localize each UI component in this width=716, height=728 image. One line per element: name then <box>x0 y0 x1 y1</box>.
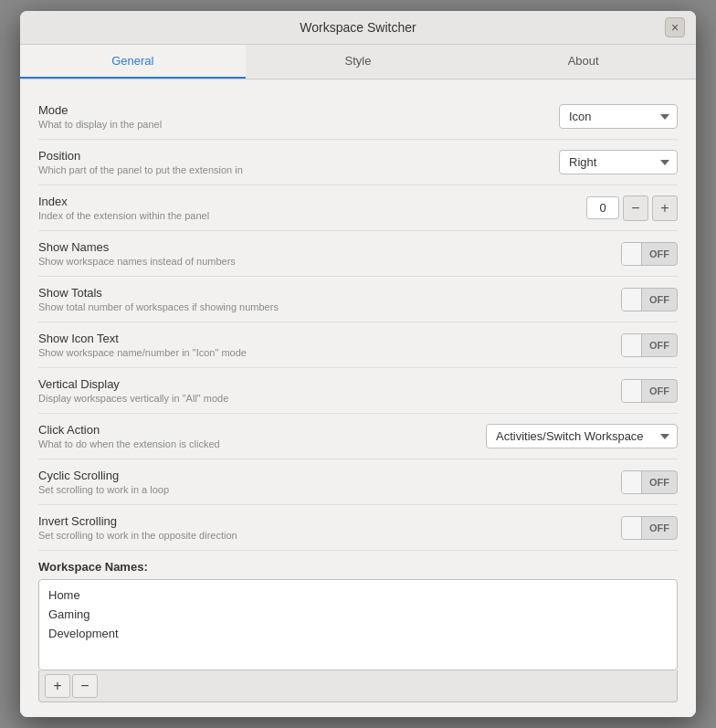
show-icon-text-label: Show Icon Text Show workspace name/numbe… <box>38 332 621 358</box>
toggle-knob <box>622 471 642 493</box>
index-row: Index Index of the extension within the … <box>38 185 678 231</box>
show-icon-text-row: Show Icon Text Show workspace name/numbe… <box>38 322 678 368</box>
tab-style[interactable]: Style <box>246 45 471 79</box>
list-item[interactable]: Development <box>47 624 669 643</box>
index-control: − + <box>586 195 678 221</box>
close-button[interactable]: × <box>665 17 685 37</box>
tab-general[interactable]: General <box>20 45 246 79</box>
window-title: Workspace Switcher <box>300 20 416 35</box>
toggle-knob <box>622 289 642 311</box>
toggle-off-label: OFF <box>642 294 677 305</box>
index-decrement-button[interactable]: − <box>623 195 648 221</box>
click-action-label: Click Action What to do when the extensi… <box>38 423 486 449</box>
cyclic-scrolling-control[interactable]: OFF <box>621 470 678 494</box>
show-totals-label: Show Totals Show total number of workspa… <box>38 286 621 312</box>
workspace-names-list: Home Gaming Development <box>38 579 678 670</box>
invert-scrolling-label: Invert Scrolling Set scrolling to work i… <box>38 514 621 541</box>
click-action-row: Click Action What to do when the extensi… <box>38 414 678 459</box>
mode-dropdown[interactable]: Icon Text All <box>559 104 678 129</box>
titlebar: Workspace Switcher × <box>20 11 696 45</box>
vertical-display-label: Vertical Display Display workspaces vert… <box>38 377 621 404</box>
workspace-switcher-window: Workspace Switcher × General Style About… <box>20 11 696 717</box>
show-totals-row: Show Totals Show total number of workspa… <box>38 277 678 322</box>
invert-scrolling-row: Invert Scrolling Set scrolling to work i… <box>38 505 678 551</box>
index-input[interactable] <box>586 196 619 219</box>
toggle-knob <box>622 380 642 402</box>
cyclic-scrolling-row: Cyclic Scrolling Set scrolling to work i… <box>38 459 678 505</box>
click-action-control: Activities/Switch Workspace Switch Works… <box>486 424 678 448</box>
workspace-names-heading: Workspace Names: <box>38 560 678 574</box>
add-workspace-button[interactable]: + <box>45 674 70 698</box>
show-icon-text-control[interactable]: OFF <box>621 333 678 357</box>
show-totals-toggle[interactable]: OFF <box>621 288 678 311</box>
mode-label: Mode What to display in the panel <box>38 103 559 130</box>
show-names-control[interactable]: OFF <box>621 242 678 266</box>
toggle-knob <box>622 243 642 265</box>
show-names-label: Show Names Show workspace names instead … <box>38 240 621 267</box>
show-totals-control[interactable]: OFF <box>621 288 678 311</box>
toggle-knob <box>622 334 642 356</box>
remove-workspace-button[interactable]: − <box>72 674 98 698</box>
workspace-names-toolbar: + − <box>38 670 678 702</box>
list-item[interactable]: Gaming <box>47 605 669 624</box>
tab-bar: General Style About <box>20 45 696 79</box>
index-label: Index Index of the extension within the … <box>38 195 586 221</box>
show-names-toggle[interactable]: OFF <box>621 242 678 266</box>
toggle-off-label: OFF <box>642 477 677 488</box>
vertical-display-control[interactable]: OFF <box>621 379 678 403</box>
tab-about[interactable]: About <box>470 45 696 79</box>
show-icon-text-toggle[interactable]: OFF <box>621 333 678 357</box>
mode-row: Mode What to display in the panel Icon T… <box>38 94 678 140</box>
cyclic-scrolling-toggle[interactable]: OFF <box>621 470 678 494</box>
workspace-names-section: Workspace Names: Home Gaming Development… <box>38 560 678 702</box>
click-action-dropdown[interactable]: Activities/Switch Workspace Switch Works… <box>486 424 678 448</box>
vertical-display-row: Vertical Display Display workspaces vert… <box>38 368 678 414</box>
toggle-off-label: OFF <box>642 340 677 351</box>
show-names-row: Show Names Show workspace names instead … <box>38 231 678 277</box>
index-increment-button[interactable]: + <box>652 195 678 221</box>
position-control: Right Left Center <box>559 150 678 174</box>
settings-panel: Mode What to display in the panel Icon T… <box>20 79 696 717</box>
toggle-off-label: OFF <box>642 385 677 396</box>
invert-scrolling-control[interactable]: OFF <box>621 516 678 540</box>
position-dropdown[interactable]: Right Left Center <box>559 150 678 174</box>
toggle-off-label: OFF <box>642 248 677 259</box>
list-item[interactable]: Home <box>47 586 669 605</box>
mode-control: Icon Text All <box>559 104 678 129</box>
position-label: Position Which part of the panel to put … <box>38 149 559 175</box>
vertical-display-toggle[interactable]: OFF <box>621 379 678 403</box>
invert-scrolling-toggle[interactable]: OFF <box>621 516 678 540</box>
cyclic-scrolling-label: Cyclic Scrolling Set scrolling to work i… <box>38 469 621 495</box>
toggle-knob <box>622 517 642 539</box>
position-row: Position Which part of the panel to put … <box>38 140 678 185</box>
toggle-off-label: OFF <box>642 522 677 533</box>
